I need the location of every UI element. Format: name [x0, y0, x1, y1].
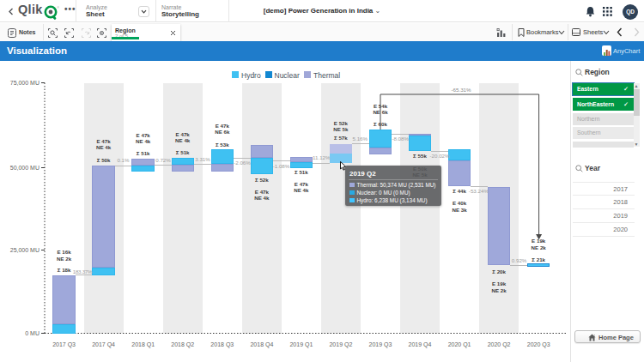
- svg-text:®: ®: [57, 5, 59, 9]
